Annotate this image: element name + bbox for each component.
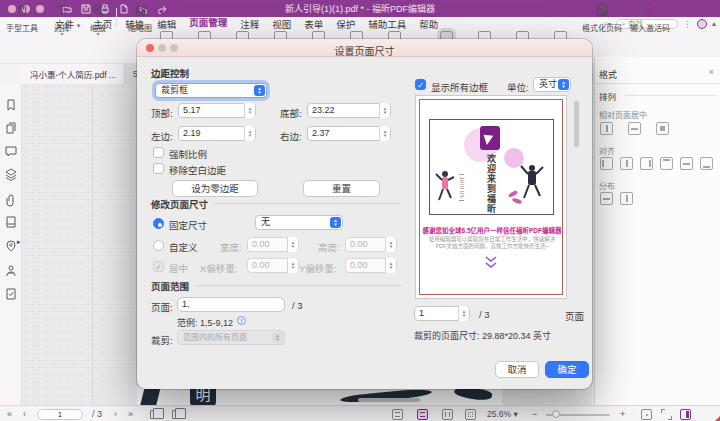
- field-check-icon[interactable]: [4, 287, 18, 301]
- single-page-view-icon[interactable]: [392, 409, 403, 420]
- chevron-down-double-icon[interactable]: [484, 256, 498, 269]
- thumbnail-tool-button[interactable]: 缩略图: [120, 3, 160, 33]
- stepper-icon[interactable]: ▲▼: [379, 126, 390, 141]
- fixed-size-radio[interactable]: [153, 218, 164, 229]
- right-margin-input[interactable]: 2.37▲▼: [307, 126, 391, 141]
- first-page-icon[interactable]: «: [7, 409, 12, 419]
- custom-size-label: 自定义: [169, 240, 198, 254]
- format-page-number-button[interactable]: # 格式化页码: [580, 3, 624, 33]
- align-left-icon[interactable]: [600, 157, 613, 170]
- zoom-tool-button[interactable]: 缩放 ▾: [78, 3, 118, 36]
- horizontal-scrollbar[interactable]: [358, 398, 420, 402]
- previous-page-icon[interactable]: ‹: [23, 409, 26, 419]
- page-number-input[interactable]: 1: [37, 409, 83, 420]
- destination-pin-icon[interactable]: [4, 239, 18, 253]
- chevron-down-icon[interactable]: ▾: [42, 33, 82, 36]
- collapse-toolbar-icon[interactable]: ▴: [712, 19, 716, 28]
- width-label: 宽度:: [220, 240, 242, 254]
- hand-tool-button[interactable]: 手型工具: [2, 3, 42, 33]
- fixed-size-select[interactable]: 无 ▲▼: [255, 215, 343, 230]
- align-label: 对齐: [599, 145, 615, 156]
- user-avatar[interactable]: [697, 19, 707, 29]
- set-zero-margins-button[interactable]: 设为零边距: [172, 180, 258, 197]
- show-all-borders-checkbox[interactable]: ✓: [415, 79, 426, 90]
- custom-size-radio[interactable]: [153, 240, 164, 251]
- menu-form[interactable]: 表单: [304, 17, 323, 31]
- pages-icon[interactable]: [4, 121, 18, 135]
- previous-view-icon[interactable]: [150, 410, 159, 419]
- panel-toggle-icon[interactable]: [680, 409, 691, 420]
- center-both-icon[interactable]: [656, 122, 669, 135]
- bookmark-icon[interactable]: [4, 98, 18, 112]
- reset-button[interactable]: 重置: [303, 180, 380, 197]
- zoom-slider-knob[interactable]: [552, 410, 560, 418]
- constrain-proportions-label: 强制比例: [169, 147, 207, 161]
- activation-code-button[interactable]: 输入激活码: [628, 3, 672, 33]
- dialog-minimize-button: [158, 44, 166, 52]
- chevron-down-icon[interactable]: ▾: [78, 33, 118, 36]
- zoom-level-dropdown[interactable]: 25.6% ▾: [487, 409, 518, 419]
- center-vertical-icon[interactable]: [628, 122, 641, 135]
- menu-protect[interactable]: 保护: [336, 17, 355, 31]
- info-icon[interactable]: i: [237, 316, 246, 325]
- distribute-vertical-icon[interactable]: [620, 192, 633, 205]
- jumping-figure-left: [434, 168, 456, 212]
- close-icon[interactable]: ×: [709, 67, 714, 77]
- align-top-icon[interactable]: [660, 157, 673, 170]
- tab-format[interactable]: 格式: [599, 68, 617, 81]
- page-range-input[interactable]: 1,: [177, 297, 285, 312]
- menu-comment[interactable]: 注释: [240, 17, 259, 31]
- crop-label: 裁剪:: [151, 333, 173, 347]
- center-checkbox: ✓: [153, 261, 164, 272]
- menu-accessibility-tools[interactable]: 辅助工具: [368, 17, 406, 31]
- zoom-in-icon[interactable]: +: [620, 409, 625, 419]
- comment-icon[interactable]: [4, 144, 18, 158]
- last-page-icon[interactable]: »: [128, 409, 133, 419]
- fit-page-icon[interactable]: [641, 409, 652, 420]
- constrain-proportions-checkbox[interactable]: [153, 147, 164, 158]
- next-view-icon[interactable]: [172, 410, 181, 419]
- menu-view[interactable]: 视图: [272, 17, 291, 31]
- menu-help[interactable]: 帮助: [419, 17, 438, 31]
- fullscreen-icon[interactable]: [661, 409, 672, 420]
- continuous-view-icon[interactable]: [417, 409, 428, 420]
- preview-subtext: 使用编辑器可以帮助您在日常工作生活中，快速解决PDF文档方面的问题，高效工作方能…: [428, 236, 556, 250]
- welcome-text: 欢迎来到福昕: [485, 154, 498, 214]
- unit-select[interactable]: 英寸 ▲▼: [533, 77, 571, 92]
- distribute-horizontal-icon[interactable]: [600, 192, 613, 205]
- center-horizontal-icon[interactable]: [600, 122, 613, 135]
- next-page-icon[interactable]: ›: [114, 409, 117, 419]
- ok-button[interactable]: 确定: [545, 361, 589, 378]
- attachment-icon[interactable]: [4, 193, 18, 207]
- left-margin-input[interactable]: 2.19▲▼: [178, 126, 256, 141]
- top-margin-input[interactable]: 5.17▲▼: [178, 103, 256, 118]
- signature-icon[interactable]: [4, 264, 18, 278]
- preview-page-input[interactable]: 1▲▼: [414, 306, 470, 321]
- align-bottom-icon[interactable]: [700, 157, 713, 170]
- stepper-icon[interactable]: ▲▼: [244, 103, 255, 118]
- facing-view-icon[interactable]: [442, 409, 453, 420]
- stepper-icon[interactable]: ▲▼: [458, 306, 469, 321]
- menu-edit[interactable]: 编辑: [157, 17, 176, 31]
- stepper-icon[interactable]: ▲▼: [379, 103, 390, 118]
- zoom-out-icon[interactable]: −: [532, 409, 537, 419]
- cancel-button[interactable]: 取消: [495, 361, 539, 378]
- bottom-margin-input[interactable]: 23.22▲▼: [307, 103, 391, 118]
- center-on-page-label: 相对页面居中: [599, 109, 647, 120]
- select-tool-button[interactable]: 选择 ▾: [42, 3, 82, 36]
- more-options-icon[interactable]: ⋮: [683, 19, 692, 29]
- sidebar-expand-handle[interactable]: ▸: [17, 238, 21, 246]
- preview-scrollbar[interactable]: [574, 101, 579, 147]
- align-right-icon[interactable]: [640, 157, 653, 170]
- align-vcenter-icon[interactable]: [680, 157, 693, 170]
- dialog-close-button[interactable]: [146, 44, 154, 52]
- layers-icon[interactable]: [4, 167, 18, 181]
- document-tab-active[interactable]: 冯小惠-个人简历.pdf ...: [22, 64, 125, 84]
- box-type-select[interactable]: 裁剪框 ▲▼: [155, 83, 267, 98]
- grid-view-icon[interactable]: [465, 409, 476, 420]
- arrange-section-header: 排列: [599, 90, 616, 102]
- page-field-icon[interactable]: [4, 215, 18, 229]
- align-hcenter-icon[interactable]: [620, 157, 633, 170]
- stepper-icon[interactable]: ▲▼: [244, 126, 255, 141]
- remove-white-margins-checkbox[interactable]: [153, 163, 164, 174]
